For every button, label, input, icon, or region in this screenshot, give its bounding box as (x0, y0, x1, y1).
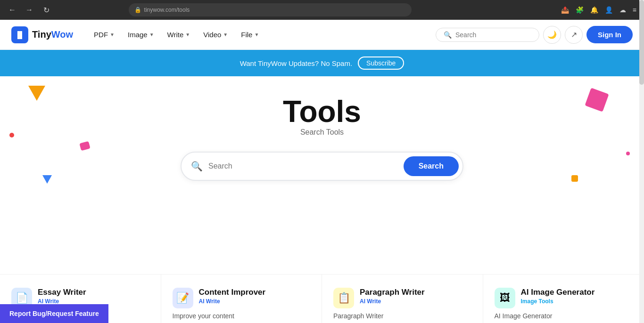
share-button[interactable]: ↗ (565, 26, 583, 44)
nav-menu: PDF ▼ Image ▼ Write ▼ Video ▼ File ▼ (88, 27, 264, 42)
reload-button[interactable]: ↻ (40, 3, 53, 16)
nav-video[interactable]: Video ▼ (198, 27, 233, 42)
security-icon: 🔒 (134, 7, 141, 13)
page-title: Tools (11, 95, 633, 128)
ai-image-generator-icon: 🖼 (495, 288, 515, 308)
logo-wow: Wow (51, 29, 73, 40)
content-improver-icon: 📝 (173, 288, 193, 308)
tool-name: Essay Writer (38, 288, 86, 297)
deco-gem-pink (79, 141, 90, 151)
tool-name: Content Improver (199, 288, 266, 297)
logo[interactable]: ▐▌ TinyWow (11, 26, 73, 43)
subscribe-button[interactable]: Subscribe (358, 57, 404, 70)
tool-category: AI Write (38, 298, 86, 305)
tool-card-content-improver[interactable]: 📝 Content Improver AI Write Improve your… (161, 275, 322, 323)
logo-tiny: Tiny (32, 29, 51, 40)
tool-info: Content Improver AI Write (199, 288, 266, 305)
search-icon: 🔍 (191, 161, 203, 172)
banner-text: Want TinyWow Updates? No Spam. (240, 59, 352, 67)
nav-image[interactable]: Image ▼ (122, 27, 160, 42)
url-text: tinywow.com/tools (144, 7, 190, 13)
deco-triangle-blue (42, 175, 52, 184)
logo-icon: ▐▌ (11, 26, 28, 43)
profile-icon[interactable]: 👤 (603, 4, 615, 16)
tool-description: AI Image Generator (495, 312, 633, 320)
tool-card-ai-image-generator[interactable]: 🖼 AI Image Generator Image Tools AI Imag… (483, 275, 644, 323)
share-icon[interactable]: 📤 (559, 4, 571, 16)
tool-card-paragraph-writer[interactable]: 📋 Paragraph Writer AI Write Paragraph Wr… (322, 275, 483, 323)
video-chevron-icon: ▼ (223, 32, 228, 37)
logo-text: TinyWow (32, 29, 73, 40)
tool-card-header: 📝 Content Improver AI Write (173, 288, 311, 308)
forward-button[interactable]: → (23, 3, 36, 16)
tool-info: Paragraph Writer AI Write (360, 288, 425, 305)
promo-banner: Want TinyWow Updates? No Spam. Subscribe (0, 50, 644, 76)
nav-search: 🔍 🌙 ↗ Sign In (436, 26, 633, 44)
deco-dot-yellow (571, 175, 578, 182)
browser-chrome: ← → ↻ 🔒 tinywow.com/tools 📤 🧩 🔔 👤 ☁ ≡ (0, 0, 644, 20)
tool-info: AI Image Generator Image Tools (521, 288, 595, 305)
tool-description: Improve your content (173, 312, 311, 320)
signin-button[interactable]: Sign In (586, 26, 633, 43)
write-chevron-icon: ▼ (185, 32, 190, 37)
tool-name: Paragraph Writer (360, 288, 425, 297)
tool-card-header: 🖼 AI Image Generator Image Tools (495, 288, 633, 308)
scrollbar-track[interactable] (639, 0, 644, 323)
nav-write[interactable]: Write ▼ (162, 27, 196, 42)
tool-description: Paragraph Writer (333, 312, 471, 320)
browser-right-icons: 📤 🧩 🔔 👤 ☁ ≡ (559, 4, 638, 16)
nav-pdf[interactable]: PDF ▼ (88, 27, 120, 42)
file-chevron-icon: ▼ (254, 32, 259, 37)
extensions-icon[interactable]: 🧩 (574, 4, 586, 16)
main-content: Tools Search Tools 🔍 Search (0, 76, 644, 274)
nav-search-icon: 🔍 (444, 31, 452, 39)
tool-category: Image Tools (521, 298, 595, 305)
search-input[interactable] (208, 162, 404, 170)
tool-category: AI Write (360, 298, 425, 305)
pdf-chevron-icon: ▼ (110, 32, 115, 37)
navbar: ▐▌ TinyWow PDF ▼ Image ▼ Write ▼ Video ▼… (0, 20, 644, 50)
nav-search-box: 🔍 (436, 28, 539, 42)
page-heading: Tools Search Tools (11, 95, 633, 137)
address-bar[interactable]: 🔒 tinywow.com/tools (129, 3, 412, 16)
menu-icon[interactable]: ≡ (631, 4, 638, 16)
main-search-bar: 🔍 Search (181, 152, 463, 181)
dark-mode-button[interactable]: 🌙 (543, 26, 561, 44)
page-subtitle: Search Tools (11, 128, 633, 137)
tool-category: AI Write (199, 298, 266, 305)
nav-file[interactable]: File ▼ (235, 27, 264, 42)
search-button[interactable]: Search (404, 156, 459, 176)
deco-dot-pink (626, 152, 630, 155)
tool-info: Essay Writer AI Write (38, 288, 86, 305)
image-chevron-icon: ▼ (149, 32, 154, 37)
back-button[interactable]: ← (6, 3, 19, 16)
report-bug-button[interactable]: Report Bug/Request Feature (0, 304, 108, 323)
nav-search-input[interactable] (455, 31, 531, 39)
scrollbar-thumb[interactable] (639, 0, 644, 85)
paragraph-writer-icon: 📋 (333, 288, 354, 308)
tool-name: AI Image Generator (521, 288, 595, 297)
tool-card-header: 📋 Paragraph Writer AI Write (333, 288, 471, 308)
sync-icon[interactable]: ☁ (618, 4, 628, 16)
notification-icon[interactable]: 🔔 (588, 4, 600, 16)
